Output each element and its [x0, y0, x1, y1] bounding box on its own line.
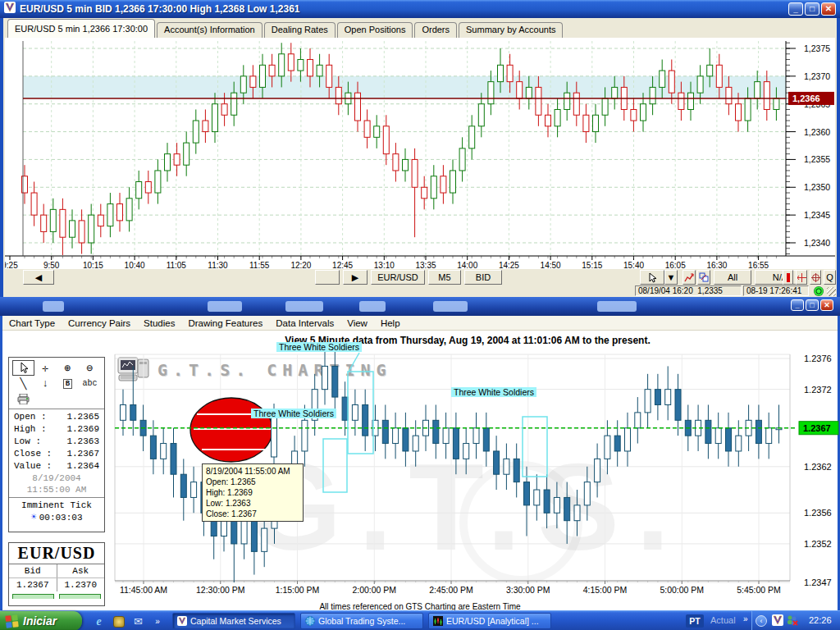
cms-statusbar: 08/19/04 16:20 1,2335 08-19 17:26:41 [3, 285, 837, 297]
svg-text:1,2350: 1,2350 [804, 182, 830, 192]
pointer-tool-button[interactable] [640, 270, 664, 285]
pattern-rectangle[interactable] [348, 372, 373, 454]
zoom-out-tool[interactable]: ⊖ [79, 360, 101, 376]
svg-text:15:15: 15:15 [582, 261, 602, 269]
tab-dealing-rates[interactable]: Dealing Rates [264, 22, 336, 38]
svg-text:3:30:00 PM: 3:30:00 PM [506, 585, 550, 595]
minimize-button[interactable]: _ [788, 2, 803, 16]
blank-button[interactable] [315, 270, 340, 285]
tick-icon: ☀ [30, 512, 36, 523]
scroll-right-button[interactable]: ▶ [343, 270, 368, 285]
printer-icon [17, 394, 30, 404]
svg-text:1,2375: 1,2375 [804, 43, 830, 53]
tab-account-s-information[interactable]: Account(s) Information [157, 22, 262, 38]
pair-button[interactable]: EUR/USD [371, 270, 425, 285]
cms-tab-strip: EUR/USD 5 min 1,2366 17:30:00Account(s) … [3, 18, 837, 38]
windows-flag-icon [4, 614, 20, 629]
sell-button-cut[interactable] [59, 594, 101, 599]
all-button[interactable]: All [714, 270, 751, 285]
interval-button[interactable]: M5 [428, 270, 461, 285]
quick-launch-gold-icon[interactable] [112, 614, 126, 628]
tab-orders[interactable]: Orders [414, 22, 457, 38]
cms-logo-icon [177, 616, 187, 626]
tab-summary-by-accounts[interactable]: Summary by Accounts [459, 22, 563, 38]
quote-button[interactable]: Q [824, 270, 836, 285]
svg-text:1,2360: 1,2360 [804, 127, 830, 137]
info-row-open: Open :1.2365 [9, 411, 104, 423]
task-label: EUR/USD [Analytical] ... [446, 616, 539, 626]
crosshair-tool-button[interactable] [810, 270, 821, 285]
tray-collapse-button[interactable]: ‹ [756, 615, 767, 627]
band-chevron[interactable]: » [743, 614, 748, 623]
quick-launch-mail-icon[interactable]: ✉ [131, 614, 145, 628]
svg-text:1.2367: 1.2367 [803, 423, 831, 433]
gts-info-panel: ✛ ⊕ ⊖ ╲ ↓ B abc Open :1.2365High :1.2369… [8, 357, 105, 532]
svg-text:1:15:00 PM: 1:15:00 PM [276, 585, 320, 595]
candle-style-button[interactable] [783, 270, 793, 285]
gts-window: _ □ ✕ Chart TypeCurrency PairsStudiesDra… [0, 297, 840, 610]
tab-eur-usd-5-min-1-2366-17-30-00[interactable]: EUR/USD 5 min 1,2366 17:30:00 [7, 19, 155, 38]
crosshair-tool[interactable]: ✛ [34, 360, 57, 376]
trend-tool-button[interactable] [682, 270, 696, 285]
price-type-button[interactable]: BID [464, 270, 502, 285]
status-last-quote: 08/19/04 16:20 1,2335 [635, 285, 742, 296]
language-indicator[interactable]: PT [686, 614, 704, 628]
link-windows-button[interactable] [697, 270, 710, 285]
svg-text:9:25: 9:25 [5, 261, 18, 269]
print-tool[interactable] [12, 391, 34, 407]
svg-text:14:25: 14:25 [499, 261, 519, 269]
tray-offline-users-icon[interactable] [786, 614, 798, 628]
svg-text:10:15: 10:15 [83, 261, 103, 269]
tray-cms-icon[interactable] [772, 614, 783, 628]
scroll-left-button[interactable]: ◀ [23, 270, 54, 285]
pattern-annotation-label: Three White Soldiers [451, 387, 536, 397]
crosshair-icon [811, 273, 820, 282]
close-button[interactable]: ✕ [821, 2, 836, 16]
taskbar-task-global-trading-syste[interactable]: Global Trading Syste... [300, 613, 423, 629]
arrow-tool[interactable]: ↓ [34, 376, 57, 391]
pointer-icon [19, 363, 29, 373]
ask-value: 1.2370 [57, 578, 105, 591]
taskbar-task-eur-usd-analytical[interactable]: EUR/USD [Analytical] ... [428, 613, 551, 629]
svg-text:15:40: 15:40 [623, 261, 644, 269]
bar-time: 11:55:00 AM [9, 484, 104, 495]
buy-button-cut[interactable] [12, 594, 54, 599]
ohlc-values: Open :1.2365High :1.2369Low :1.2363Close… [9, 411, 104, 472]
resize-grip[interactable] [827, 287, 836, 296]
zoom-in-tool[interactable]: ⊕ [57, 360, 79, 376]
quick-launch-overflow-chevron[interactable]: » [153, 614, 162, 628]
start-button[interactable]: Iniciar [0, 611, 82, 630]
line-tool[interactable]: ╲ [12, 376, 34, 391]
pointer-tool[interactable] [12, 360, 34, 376]
svg-text:1,2345: 1,2345 [804, 210, 830, 220]
window-title: EUR/USD 5 min BID 1,2366 17:30:00 High 1… [20, 3, 784, 15]
pointer-dropdown-button[interactable]: ▼ [664, 270, 678, 285]
quote-pair: EUR/USD [9, 543, 104, 564]
snap-tool-button[interactable] [796, 270, 807, 285]
cms-toolbar: ◀ ▶ EUR/USD M5 BID ▼ All N/A [3, 269, 837, 285]
tab-open-positions[interactable]: Open Positions [337, 22, 413, 38]
svg-text:13:10: 13:10 [374, 261, 395, 269]
svg-text:1,2366: 1,2366 [792, 94, 820, 103]
quick-launch-ie-icon[interactable]: e [92, 614, 106, 628]
svg-text:14:00: 14:00 [457, 261, 477, 269]
pattern-rectangle[interactable] [323, 439, 347, 492]
tray-clock[interactable]: 22:26 [809, 615, 832, 625]
maximize-button[interactable]: □ [805, 2, 819, 16]
info-row-low: Low :1.2363 [9, 436, 104, 448]
bold-text-tool[interactable]: B [57, 376, 79, 391]
gts-toolbox: ✛ ⊕ ⊖ ╲ ↓ B abc [9, 358, 104, 407]
status-clock: 08-19 17:26:41 [743, 285, 809, 296]
bar-date: 8/19/2004 [9, 472, 104, 484]
svg-text:12:45: 12:45 [332, 261, 353, 269]
cms-window: EUR/USD 5 min BID 1,2366 17:30:00 High 1… [0, 0, 840, 297]
svg-text:11:45:00 AM: 11:45:00 AM [120, 585, 167, 595]
pattern-annotation-label: Three White Soldiers [251, 409, 336, 418]
svg-text:1,2370: 1,2370 [804, 71, 830, 81]
taskbar-band-actual[interactable]: Actual [710, 615, 736, 625]
svg-text:5:45:00 PM: 5:45:00 PM [737, 585, 781, 595]
taskbar-task-capital-market-services[interactable]: Capital Market Services [172, 613, 295, 629]
connection-status-icon [814, 286, 824, 296]
svg-text:1.2352: 1.2352 [804, 539, 832, 549]
text-tool-icon[interactable]: abc [79, 376, 101, 391]
